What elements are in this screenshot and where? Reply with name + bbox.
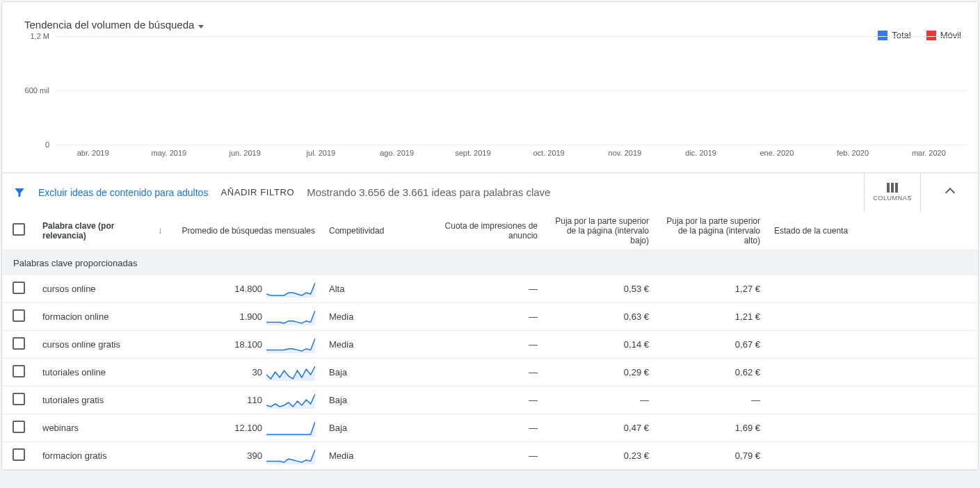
table-row[interactable]: tutoriales online30Baja—0,29 €0,62 € [2,359,978,387]
cell-comp: Media [322,307,433,326]
row-checkbox[interactable] [13,282,25,294]
x-tick-label: nov. 2019 [587,145,663,161]
row-checkbox[interactable] [13,309,25,322]
col-avg[interactable]: Promedio de búsquedas mensuales [169,222,322,240]
row-checkbox[interactable] [13,337,25,350]
cell-keyword: formacion gratis [35,446,169,465]
chart-x-axis: abr. 2019may. 2019jun. 2019jul. 2019ago.… [55,145,967,161]
cell-high: — [656,391,767,409]
row-checkbox[interactable] [13,365,25,377]
select-all-checkbox[interactable] [13,223,25,236]
cell-comp: Baja [322,418,433,437]
filter-icon[interactable] [13,186,26,199]
cell-low: 0,53 € [545,279,656,298]
cell-low: — [545,391,656,409]
cell-keyword: webinars [35,418,169,437]
table-section-header: Palabras clave proporcionadas [2,250,978,275]
cell-est [767,285,978,293]
results-summary: Mostrando 3.656 de 3.661 ideas para pala… [307,186,550,198]
cell-imp: — [433,307,545,326]
sparkline [266,420,315,437]
cell-imp: — [433,446,545,465]
row-checkbox[interactable] [13,393,25,405]
x-tick-label: feb. 2020 [815,145,891,161]
chart-y-axis: 0600 mil1,2 M [13,36,55,145]
x-tick-label: oct. 2019 [511,145,587,161]
col-est[interactable]: Estado de la cuenta [767,222,978,240]
sort-arrow-down-icon: ↓ [158,226,162,236]
table-header-row: Palabra clave (por relevancia) ↓ Promedi… [2,211,978,250]
cell-est [767,452,978,460]
row-check-cell [2,305,35,328]
cell-avg: 12.100 [169,416,322,441]
table-row[interactable]: tutoriales gratis110Baja——— [2,387,978,414]
add-filter-button[interactable]: AÑADIR FILTRO [220,187,294,197]
cell-keyword: tutoriales online [35,363,169,382]
cell-keyword: cursos online gratis [35,335,169,354]
chevron-down-icon [198,19,204,31]
table-row[interactable]: webinars12.100Baja—0,47 €1,69 € [2,414,978,442]
cell-comp: Media [322,335,433,354]
row-checkbox[interactable] [13,448,25,461]
cell-imp: — [433,335,545,354]
exclude-adult-link[interactable]: Excluir ideas de contenido para adultos [38,187,208,198]
row-check-cell [2,416,35,439]
chart-metric-dropdown[interactable]: Tendencia del volumen de búsqueda [24,19,204,31]
cell-avg: 30 [169,360,322,385]
cell-keyword: formacion online [35,307,169,326]
x-tick-label: jun. 2019 [207,145,283,161]
cell-avg: 110 [169,388,322,413]
columns-label: COLUMNAS [873,195,912,202]
row-check-cell [2,361,35,384]
chevron-up-icon [945,188,955,197]
columns-button[interactable]: COLUMNAS [864,173,921,212]
row-checkbox[interactable] [13,421,25,433]
col-keyword-label: Palabra clave (por relevancia) [42,221,154,241]
cell-comp: Alta [322,279,433,298]
cell-est [767,396,978,405]
x-tick-label: abr. 2019 [55,145,131,161]
table-row[interactable]: cursos online14.800Alta—0,53 €1,27 € [2,275,978,303]
cell-high: 0,62 € [656,363,767,382]
cell-avg: 18.100 [169,332,322,357]
x-tick-label: dic. 2019 [663,145,739,161]
chart-plot [55,36,967,145]
cell-low: 0,47 € [545,418,656,437]
select-all-cell [2,219,35,242]
col-comp[interactable]: Competitividad [322,222,433,240]
cell-comp: Media [322,446,433,465]
row-check-cell [2,389,35,412]
section-label: Palabras clave proporcionadas [13,258,138,268]
cell-comp: Baja [322,363,433,382]
col-keyword[interactable]: Palabra clave (por relevancia) ↓ [35,217,169,245]
table-row[interactable]: cursos online gratis18.100Media—0,14 €0,… [2,331,978,359]
cell-est [767,313,978,321]
y-tick-label: 0 [45,140,49,149]
cell-high: 0,79 € [656,446,767,465]
cell-avg: 1.900 [169,304,322,330]
cell-est [767,424,978,432]
cell-imp: — [433,279,545,298]
row-check-cell [2,444,35,467]
keywords-table: Palabra clave (por relevancia) ↓ Promedi… [2,211,978,470]
cell-imp: — [433,418,545,437]
x-tick-label: jul. 2019 [283,145,359,161]
table-row[interactable]: formacion gratis390Media—0,23 €0,79 € [2,442,978,470]
cell-low: 0,14 € [545,335,656,354]
sparkline [266,364,315,381]
x-tick-label: mar. 2020 [891,145,967,161]
cell-high: 1,27 € [656,279,767,298]
cell-est [767,368,978,377]
x-tick-label: sept. 2019 [435,145,511,161]
col-high[interactable]: Puja por la parte superior de la página … [656,212,767,250]
sparkline [266,309,315,325]
cell-avg: 390 [169,444,322,469]
cell-keyword: cursos online [35,279,169,298]
cell-comp: Baja [322,391,433,409]
sparkline [266,281,315,298]
table-row[interactable]: formacion online1.900Media—0,63 €1,21 € [2,303,978,331]
col-imp[interactable]: Cuota de impresiones de anuncio [433,217,545,245]
collapse-button[interactable] [933,186,967,198]
cell-low: 0,29 € [545,363,656,382]
col-low[interactable]: Puja por la parte superior de la página … [545,212,656,250]
